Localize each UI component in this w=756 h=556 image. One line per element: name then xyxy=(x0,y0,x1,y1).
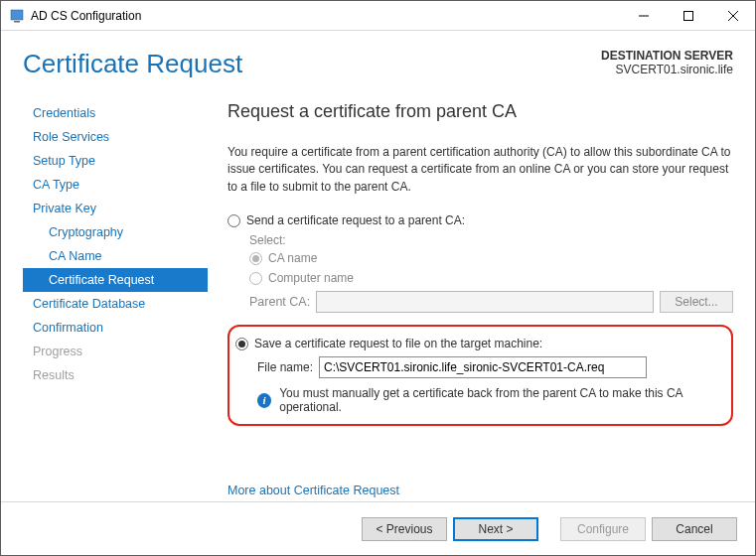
info-row: i You must manually get a certificate ba… xyxy=(257,386,723,414)
nav-item-progress: Progress xyxy=(23,340,208,363)
radio-computer-name xyxy=(249,272,262,285)
titlebar: AD CS Configuration xyxy=(1,1,755,31)
svg-rect-3 xyxy=(683,11,692,20)
highlighted-option: Save a certificate request to file on th… xyxy=(227,325,733,426)
option-save-file-label: Save a certificate request to file on th… xyxy=(254,337,542,350)
option-computer-name: Computer name xyxy=(249,271,733,285)
option-save-file[interactable]: Save a certificate request to file on th… xyxy=(235,337,723,350)
minimize-button[interactable] xyxy=(621,1,666,30)
window-title: AD CS Configuration xyxy=(31,9,621,23)
maximize-button[interactable] xyxy=(666,1,710,30)
option-ca-name: CA name xyxy=(249,251,733,265)
nav-item-confirmation[interactable]: Confirmation xyxy=(23,316,208,340)
close-button[interactable] xyxy=(710,1,755,30)
content-pane: Request a certificate from parent CA You… xyxy=(208,101,733,501)
nav-item-ca-type[interactable]: CA Type xyxy=(23,173,208,197)
computer-name-label: Computer name xyxy=(268,271,354,285)
adcs-config-window: AD CS Configuration Certificate Request … xyxy=(0,0,756,556)
nav-item-ca-name[interactable]: CA Name xyxy=(23,244,208,268)
next-button[interactable]: Next > xyxy=(453,517,538,541)
svg-rect-0 xyxy=(11,10,23,20)
parent-ca-input xyxy=(316,291,654,313)
info-icon: i xyxy=(257,393,271,408)
nav-item-certificate-database[interactable]: Certificate Database xyxy=(23,292,208,316)
nav-item-private-key[interactable]: Private Key xyxy=(23,197,208,220)
nav-item-cryptography[interactable]: Cryptography xyxy=(23,220,208,244)
header: Certificate Request DESTINATION SERVER S… xyxy=(1,31,755,89)
nav-item-results: Results xyxy=(23,363,208,387)
destination-block: DESTINATION SERVER SVCERT01.sironic.life xyxy=(601,49,733,76)
radio-save-file[interactable] xyxy=(235,338,248,350)
send-request-subblock: Select: CA name Computer name Parent CA:… xyxy=(249,233,733,313)
more-link[interactable]: More about Certificate Request xyxy=(227,484,399,497)
destination-label: DESTINATION SERVER xyxy=(601,49,733,63)
file-name-row: File name: xyxy=(257,356,723,378)
select-label: Select: xyxy=(249,233,733,247)
ca-name-label: CA name xyxy=(268,251,317,265)
cancel-button[interactable]: Cancel xyxy=(652,517,737,541)
app-icon xyxy=(9,8,25,24)
body: CredentialsRole ServicesSetup TypeCA Typ… xyxy=(1,89,755,501)
parent-ca-row: Parent CA: Select... xyxy=(249,291,733,313)
content-heading: Request a certificate from parent CA xyxy=(227,101,733,122)
nav-item-credentials[interactable]: Credentials xyxy=(23,101,208,125)
footer: < Previous Next > Configure Cancel xyxy=(1,501,755,555)
page-title: Certificate Request xyxy=(23,49,601,79)
file-name-label: File name: xyxy=(257,360,313,374)
option-send-request[interactable]: Send a certificate request to a parent C… xyxy=(227,213,733,227)
destination-server: SVCERT01.sironic.life xyxy=(601,63,733,76)
svg-rect-1 xyxy=(14,21,20,23)
file-name-input[interactable] xyxy=(319,356,647,378)
previous-button[interactable]: < Previous xyxy=(362,517,447,541)
nav-item-setup-type[interactable]: Setup Type xyxy=(23,149,208,173)
radio-send-request[interactable] xyxy=(227,214,240,227)
nav-item-certificate-request[interactable]: Certificate Request xyxy=(23,268,208,292)
nav-item-role-services[interactable]: Role Services xyxy=(23,125,208,149)
intro-text: You require a certificate from a parent … xyxy=(227,144,733,196)
option-send-request-label: Send a certificate request to a parent C… xyxy=(246,213,465,227)
select-button: Select... xyxy=(660,291,733,313)
parent-ca-label: Parent CA: xyxy=(249,295,310,309)
radio-ca-name xyxy=(249,252,262,265)
configure-button: Configure xyxy=(560,517,646,541)
info-text: You must manually get a certificate back… xyxy=(279,386,723,414)
wizard-nav: CredentialsRole ServicesSetup TypeCA Typ… xyxy=(23,101,208,501)
